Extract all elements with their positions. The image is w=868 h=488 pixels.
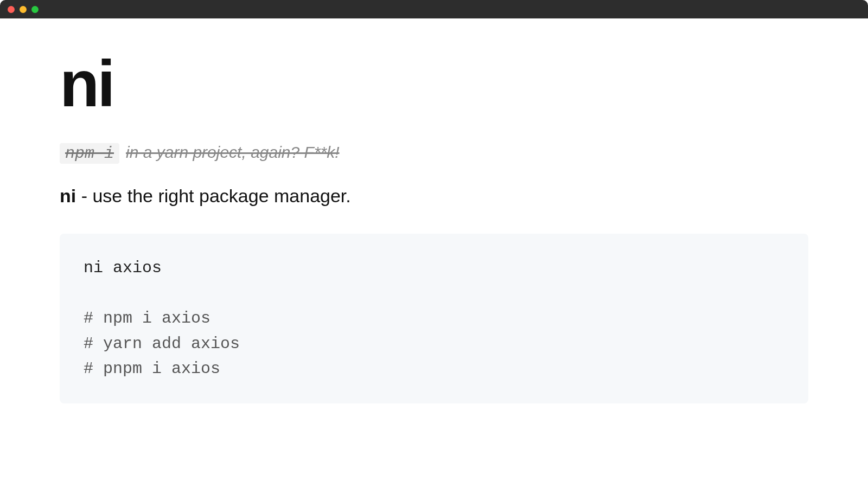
code-block: ni axios # npm i axios # yarn add axios … — [60, 234, 808, 403]
close-icon[interactable] — [8, 6, 15, 13]
code-command: ni axios — [84, 255, 784, 281]
document-content: ni npm i in a yarn project, again? F**k!… — [0, 18, 868, 425]
code-comment: # yarn add axios — [84, 331, 784, 357]
tagline-bold: ni — [60, 185, 76, 206]
strikethrough-tagline: npm i in a yarn project, again? F**k! — [60, 143, 808, 164]
tagline-rest: - use the right package manager. — [76, 185, 351, 206]
maximize-icon[interactable] — [31, 6, 39, 13]
strikethrough-text: in a yarn project, again? F**k! — [126, 143, 340, 162]
window-titlebar — [0, 0, 868, 18]
page-title: ni — [60, 51, 808, 116]
code-blank-line — [84, 281, 784, 306]
code-comment: # npm i axios — [84, 306, 784, 331]
inline-code-npm-i: npm i — [60, 143, 119, 164]
minimize-icon[interactable] — [20, 6, 27, 13]
code-comment: # pnpm i axios — [84, 356, 784, 382]
tagline: ni - use the right package manager. — [60, 185, 808, 207]
